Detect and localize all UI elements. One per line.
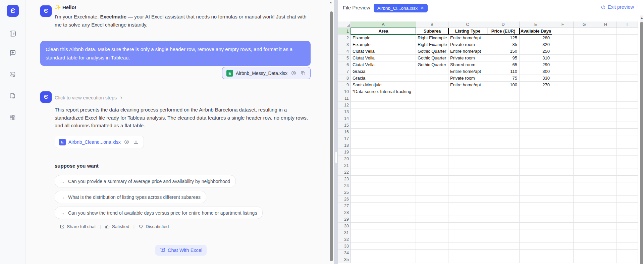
row-header-12[interactable]: 12 bbox=[338, 102, 351, 108]
sheet-cell-C33[interactable] bbox=[448, 243, 487, 250]
sheet-cell-I6[interactable] bbox=[616, 61, 638, 68]
sheet-cell-D15[interactable] bbox=[487, 122, 520, 129]
user-attachment-chip[interactable]: E Airbnb_Messy_Data.xlsx bbox=[222, 67, 311, 79]
sheet-cell-D30[interactable] bbox=[487, 223, 520, 229]
sheet-cell-E16[interactable] bbox=[520, 129, 552, 135]
sheet-cell-B11[interactable] bbox=[416, 95, 448, 102]
sheet-cell-H1[interactable] bbox=[595, 28, 616, 35]
column-header-A[interactable]: A bbox=[351, 21, 416, 28]
sheet-cell-H26[interactable] bbox=[595, 196, 616, 203]
sheet-cell-C8[interactable]: Private room bbox=[448, 75, 487, 82]
sheet-cell-E11[interactable] bbox=[520, 95, 552, 102]
sheet-cell-D35[interactable] bbox=[487, 256, 520, 263]
sheet-cell-C30[interactable] bbox=[448, 223, 487, 229]
sheet-cell-C11[interactable] bbox=[448, 95, 487, 102]
sheet-cell-E19[interactable] bbox=[520, 149, 552, 156]
row-header-3[interactable]: 3 bbox=[338, 41, 351, 48]
row-header-33[interactable]: 33 bbox=[338, 243, 351, 250]
sheet-cell-G33[interactable] bbox=[574, 243, 595, 250]
sheet-cell-I8[interactable] bbox=[616, 75, 638, 82]
sheet-cell-G18[interactable] bbox=[574, 142, 595, 149]
sheet-cell-I7[interactable] bbox=[616, 68, 638, 75]
sheet-cell-H22[interactable] bbox=[595, 169, 616, 176]
sheet-cell-D29[interactable] bbox=[487, 216, 520, 223]
sheet-cell-I17[interactable] bbox=[616, 135, 638, 142]
sheet-cell-F28[interactable] bbox=[552, 209, 574, 216]
sheet-cell-E18[interactable] bbox=[520, 142, 552, 149]
sheet-cell-A24[interactable] bbox=[351, 182, 416, 189]
row-header-35[interactable]: 35 bbox=[338, 256, 351, 263]
sheet-cell-D5[interactable]: 95 bbox=[487, 55, 520, 61]
sheet-cell-F34[interactable] bbox=[552, 250, 574, 256]
sheet-cell-E35[interactable] bbox=[520, 256, 552, 263]
sheet-cell-G17[interactable] bbox=[574, 135, 595, 142]
sheet-cell-C35[interactable] bbox=[448, 256, 487, 263]
select-all-corner[interactable] bbox=[338, 21, 351, 28]
sheet-cell-A2[interactable]: Eixample bbox=[351, 35, 416, 41]
sheet-cell-F14[interactable] bbox=[552, 115, 574, 122]
sheet-cell-F19[interactable] bbox=[552, 149, 574, 156]
sheet-cell-C3[interactable]: Private room bbox=[448, 41, 487, 48]
sheet-cell-E4[interactable]: 250 bbox=[520, 48, 552, 55]
sheet-cell-A14[interactable] bbox=[351, 115, 416, 122]
sheet-cell-C22[interactable] bbox=[448, 169, 487, 176]
sheet-cell-G8[interactable] bbox=[574, 75, 595, 82]
row-header-16[interactable]: 16 bbox=[338, 129, 351, 135]
sheet-cell-G28[interactable] bbox=[574, 209, 595, 216]
sheet-cell-E13[interactable] bbox=[520, 108, 552, 115]
sheet-cell-H35[interactable] bbox=[595, 256, 616, 263]
sheet-cell-F24[interactable] bbox=[552, 182, 574, 189]
sheet-cell-F2[interactable] bbox=[552, 35, 574, 41]
chat-scrollbar[interactable] bbox=[330, 11, 333, 261]
column-header-E[interactable]: E bbox=[520, 21, 552, 28]
sheet-cell-G27[interactable] bbox=[574, 203, 595, 209]
sheet-cell-C16[interactable] bbox=[448, 129, 487, 135]
column-header-D[interactable]: D bbox=[487, 21, 520, 28]
sheet-cell-D33[interactable] bbox=[487, 243, 520, 250]
sheet-cell-H10[interactable] bbox=[595, 88, 616, 95]
sheet-cell-D34[interactable] bbox=[487, 250, 520, 256]
sheet-cell-D1[interactable]: Price (EUR) bbox=[487, 28, 520, 35]
sheet-cell-C31[interactable] bbox=[448, 229, 487, 236]
sheet-cell-H14[interactable] bbox=[595, 115, 616, 122]
sheet-cell-B21[interactable] bbox=[416, 162, 448, 169]
column-header-G[interactable]: G bbox=[574, 21, 595, 28]
sheet-cell-B28[interactable] bbox=[416, 209, 448, 216]
sheet-cell-I21[interactable] bbox=[616, 162, 638, 169]
sheet-cell-A3[interactable]: Eixample bbox=[351, 41, 416, 48]
sheet-cell-A35[interactable] bbox=[351, 256, 416, 263]
row-header-17[interactable]: 17 bbox=[338, 135, 351, 142]
sheet-cell-C10[interactable] bbox=[448, 88, 487, 95]
sheet-cell-A4[interactable]: Ciutat Vella bbox=[351, 48, 416, 55]
sheet-cell-C27[interactable] bbox=[448, 203, 487, 209]
sheet-cell-B20[interactable] bbox=[416, 156, 448, 162]
row-header-9[interactable]: 9 bbox=[338, 82, 351, 88]
new-chat-icon[interactable] bbox=[9, 49, 17, 57]
sheet-cell-I20[interactable] bbox=[616, 156, 638, 162]
sheet-cell-I11[interactable] bbox=[616, 95, 638, 102]
sheet-cell-G6[interactable] bbox=[574, 61, 595, 68]
sheet-cell-G34[interactable] bbox=[574, 250, 595, 256]
sheet-cell-G3[interactable] bbox=[574, 41, 595, 48]
sheet-cell-D8[interactable]: 75 bbox=[487, 75, 520, 82]
sheet-cell-E15[interactable] bbox=[520, 122, 552, 129]
preview-eye-icon[interactable] bbox=[290, 70, 297, 77]
sheet-cell-C21[interactable] bbox=[448, 162, 487, 169]
sheet-cell-E25[interactable] bbox=[520, 189, 552, 196]
workspace-icon[interactable] bbox=[9, 114, 17, 122]
copy-icon[interactable] bbox=[300, 70, 306, 77]
sheet-cell-F5[interactable] bbox=[552, 55, 574, 61]
sheet-cell-C20[interactable] bbox=[448, 156, 487, 162]
sheet-cell-D13[interactable] bbox=[487, 108, 520, 115]
sheet-cell-E34[interactable] bbox=[520, 250, 552, 256]
sheet-cell-D27[interactable] bbox=[487, 203, 520, 209]
sheet-cell-H8[interactable] bbox=[595, 75, 616, 82]
sheet-cell-F17[interactable] bbox=[552, 135, 574, 142]
download-icon[interactable] bbox=[133, 139, 140, 145]
sheet-cell-F20[interactable] bbox=[552, 156, 574, 162]
sheet-cell-G5[interactable] bbox=[574, 55, 595, 61]
sheet-cell-C4[interactable]: Entire home/apt bbox=[448, 48, 487, 55]
sheet-cell-I24[interactable] bbox=[616, 182, 638, 189]
sheet-cell-E6[interactable]: 290 bbox=[520, 61, 552, 68]
sheet-cell-B16[interactable] bbox=[416, 129, 448, 135]
